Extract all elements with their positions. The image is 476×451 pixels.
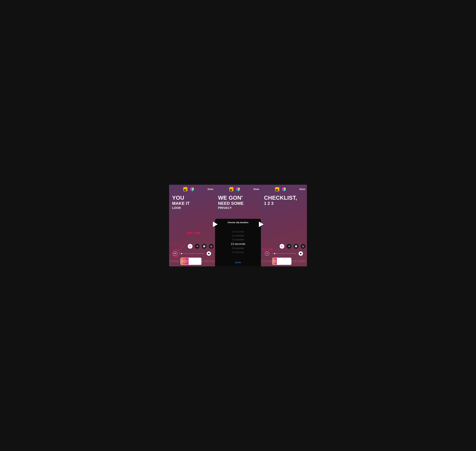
slider-knob[interactable] xyxy=(274,253,275,254)
picker-option[interactable]: 13 seconds xyxy=(231,242,245,246)
lyric-line-1: CHECKLIST, xyxy=(264,195,297,200)
style-button-framed[interactable]: A xyxy=(202,244,207,249)
style-button-dynamic[interactable]: AA xyxy=(280,244,284,249)
slider-knob[interactable] xyxy=(181,253,182,254)
style-button-dynamic[interactable]: AA xyxy=(188,244,193,249)
tutorial-stage: Done YOU MAKE IT LOOK AA A A Aa 15 xyxy=(169,185,307,266)
lyrics-overlay: CHECKLIST, 1 2 3 xyxy=(264,195,297,206)
lyric-line-2: MAKE IT xyxy=(172,201,190,206)
annotation-tap-here: ここをタップ xyxy=(169,243,180,246)
waveform-area xyxy=(169,257,215,266)
waveform-area xyxy=(261,257,307,266)
picker-option[interactable]: 14 seconds xyxy=(232,246,244,250)
lyric-line-1: YOU xyxy=(172,195,190,200)
control-row: 15 xyxy=(173,251,211,256)
album-art-icon[interactable] xyxy=(229,187,233,191)
album-art-icon[interactable] xyxy=(183,187,188,191)
lyric-line-1: WE GON' xyxy=(218,195,244,200)
done-button[interactable]: Done xyxy=(208,188,213,190)
lyrics-overlay: YOU MAKE IT LOOK xyxy=(172,195,190,210)
picker-option[interactable]: 11 seconds xyxy=(232,234,244,238)
style-button-framed[interactable]: A xyxy=(294,244,298,249)
duration-picker-sheet: Choose clip duration 10 seconds11 second… xyxy=(215,219,261,266)
annotation-adjust-seconds: 秒数の調整 xyxy=(187,231,200,235)
duration-picker[interactable]: 10 seconds11 seconds12 seconds13 seconds… xyxy=(215,225,261,259)
lyric-line-2: 1 2 3 xyxy=(264,201,297,206)
screen-1: Done YOU MAKE IT LOOK AA A A Aa 15 xyxy=(169,185,215,266)
style-button-block[interactable]: A xyxy=(195,244,200,249)
top-bar: Done xyxy=(261,187,307,192)
lyric-style-row: AA A A Aa xyxy=(188,244,214,249)
lyric-style-row: AA A A Aa xyxy=(280,244,306,249)
picker-option[interactable]: 10 seconds xyxy=(232,230,244,233)
top-bar: Done xyxy=(215,187,261,192)
lyric-line-2: NEED SOME xyxy=(218,201,244,206)
style-button-block[interactable]: A xyxy=(287,244,291,249)
stop-button[interactable] xyxy=(299,251,303,256)
annotation-arrow-line xyxy=(179,241,188,251)
screen-2: Done WE GON' NEED SOME PRIVACY Choose cl… xyxy=(215,185,261,266)
picker-option[interactable]: 15 seconds xyxy=(232,250,244,254)
seek-slider[interactable] xyxy=(272,253,296,254)
screen-3: Done CHECKLIST, 1 2 3 AA A A Aa 5 xyxy=(261,185,307,266)
color-wheel-icon[interactable] xyxy=(190,187,194,191)
done-button[interactable]: Done xyxy=(300,188,305,190)
sheet-done-button[interactable]: Done xyxy=(215,259,261,266)
color-wheel-icon[interactable] xyxy=(236,187,240,191)
lyric-line-3: PRIVACY xyxy=(218,206,244,210)
lyric-line-3: LOOK xyxy=(172,206,190,210)
done-button[interactable]: Done xyxy=(254,188,259,190)
style-button-underlined[interactable]: Aa xyxy=(301,244,306,249)
clip-duration-button[interactable]: 5 xyxy=(265,251,269,256)
control-row: 5 xyxy=(265,251,303,256)
lyrics-overlay: WE GON' NEED SOME PRIVACY xyxy=(218,195,244,210)
top-bar: Done xyxy=(169,187,215,192)
seek-slider[interactable] xyxy=(180,253,204,254)
clip-selection[interactable] xyxy=(181,258,201,265)
annotation-changed-to-5: 5秒に変更 xyxy=(262,248,273,251)
clip-duration-button[interactable]: 15 xyxy=(173,251,177,256)
stop-button[interactable] xyxy=(207,251,211,256)
clip-selection[interactable] xyxy=(272,258,291,265)
album-art-icon[interactable] xyxy=(275,187,279,191)
picker-option[interactable]: 12 seconds xyxy=(232,238,244,242)
style-button-underlined[interactable]: Aa xyxy=(209,244,214,249)
sheet-title: Choose clip duration xyxy=(215,219,261,225)
color-wheel-icon[interactable] xyxy=(282,187,286,191)
